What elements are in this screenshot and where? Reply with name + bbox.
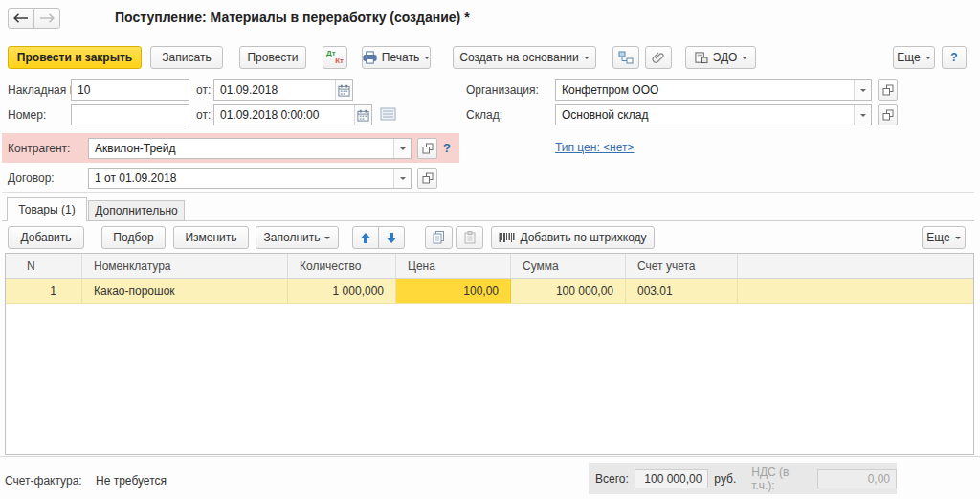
arrow-down-icon <box>386 232 397 244</box>
row-cell-n[interactable]: 1 <box>6 279 82 303</box>
move-row-down-button[interactable] <box>378 226 405 249</box>
save-button[interactable]: Записать <box>150 46 223 69</box>
row-cell-price-selected[interactable]: 100,00 <box>396 279 511 303</box>
counterparty-help-icon[interactable]: ? <box>443 141 451 155</box>
pick-button[interactable]: Подбор <box>101 226 166 249</box>
calendar-icon[interactable] <box>335 80 352 100</box>
number-input[interactable] <box>71 104 189 125</box>
more-button[interactable]: Еще <box>893 46 935 69</box>
paste-rows-button[interactable] <box>456 226 483 249</box>
column-header-nomenclature[interactable]: Номенклатура <box>82 254 288 278</box>
post-and-close-label: Провести и закрыть <box>17 51 132 64</box>
organization-input[interactable]: Конфетпром ООО <box>555 79 872 101</box>
items-table: N Номенклатура Количество Цена Сумма Сче… <box>5 253 974 455</box>
post-button[interactable]: Провести <box>239 46 306 69</box>
doc-date-from-label: от: <box>196 104 211 125</box>
print-button[interactable]: Печать <box>362 46 431 69</box>
total-value: 100 000,00 <box>644 472 702 486</box>
paste-icon <box>463 231 477 244</box>
fill-button[interactable]: Заполнить <box>256 226 339 249</box>
chevron-down-icon <box>955 237 961 242</box>
add-by-barcode-button[interactable]: Добавить по штрихкоду <box>491 226 655 249</box>
add-by-barcode-label: Добавить по штрихкоду <box>520 231 646 244</box>
warehouse-value: Основной склад <box>556 108 854 122</box>
table-header-row: N Номенклатура Количество Цена Сумма Сче… <box>6 254 973 279</box>
organization-label: Организация: <box>466 79 539 101</box>
row-cell-account[interactable]: 003.01 <box>626 279 738 303</box>
counterparty-open-button[interactable] <box>417 138 437 159</box>
row-cell-filler <box>738 279 973 303</box>
related-documents-button[interactable] <box>612 46 639 69</box>
nav-back-button[interactable] <box>8 8 34 29</box>
invoice-doc-label: Счет-фактура: <box>5 470 82 491</box>
copy-rows-button[interactable] <box>425 226 453 249</box>
invoice-number-input[interactable]: 10 <box>71 79 189 101</box>
edit-label: Изменить <box>185 231 236 244</box>
section-divider <box>2 192 974 193</box>
dt-kt-button[interactable]: Дт Кт <box>323 46 347 69</box>
invoice-date-from-label: от: <box>196 79 211 101</box>
footer-divider <box>0 456 980 457</box>
tab-additional-label: Дополнительно <box>95 204 177 217</box>
column-header-quantity[interactable]: Количество <box>288 254 396 278</box>
row-cell-sum[interactable]: 100 000,00 <box>511 279 626 303</box>
counterparty-input[interactable]: Аквилон-Трейд <box>88 138 412 159</box>
create-based-on-button[interactable]: Создать на основании <box>453 46 596 69</box>
invoice-doc-value: Не требуется <box>96 470 167 491</box>
fill-label: Заполнить <box>264 231 321 244</box>
totals-bar: Всего: 100 000,00 руб. НДС (в т.ч.): 0,0… <box>589 463 897 494</box>
row-cell-quantity[interactable]: 1 000,000 <box>288 279 396 303</box>
invoice-date-value: 01.09.2018 <box>214 83 335 97</box>
total-label: Всего: <box>595 472 629 486</box>
warehouse-input[interactable]: Основной склад <box>555 104 872 125</box>
invoice-number-value: 10 <box>72 83 189 97</box>
chevron-down-icon <box>584 57 590 62</box>
attachments-button[interactable] <box>645 46 672 69</box>
organization-value: Конфетпром ООО <box>556 83 854 97</box>
nav-forward-button[interactable] <box>33 8 60 29</box>
column-header-filler <box>738 254 973 278</box>
edo-button[interactable]: ЭДО <box>685 46 756 69</box>
related-documents-icon <box>618 51 634 64</box>
printer-icon <box>363 51 377 64</box>
column-header-account[interactable]: Счет учета <box>626 254 738 278</box>
back-arrow-icon <box>13 13 29 23</box>
currency-label: руб. <box>714 472 736 486</box>
forward-arrow-icon <box>39 13 55 23</box>
table-more-button[interactable]: Еще <box>922 226 966 249</box>
chevron-down-icon <box>925 57 931 62</box>
add-row-button[interactable]: Добавить <box>8 226 84 249</box>
combo-dropdown-icon[interactable] <box>393 169 411 188</box>
calendar-icon[interactable] <box>354 105 371 125</box>
contract-open-button[interactable] <box>417 168 437 189</box>
move-row-up-button[interactable] <box>352 226 379 249</box>
tab-additional[interactable]: Дополнительно <box>88 200 185 221</box>
invoice-date-input[interactable]: 01.09.2018 <box>213 79 353 101</box>
price-type-link[interactable]: Тип цен: <нет> <box>555 141 634 154</box>
contract-value: 1 от 01.09.2018 <box>89 171 393 185</box>
vat-value: 0,00 <box>868 472 890 486</box>
row-cell-nomenclature[interactable]: Какао-порошок <box>82 279 288 303</box>
page-title: Поступление: Материалы в переработку (со… <box>115 10 470 25</box>
post-and-close-button[interactable]: Провести и закрыть <box>8 46 142 69</box>
contract-input[interactable]: 1 от 01.09.2018 <box>88 168 412 189</box>
combo-dropdown-icon[interactable] <box>854 80 871 100</box>
table-row[interactable]: 1 Какао-порошок 1 000,000 100,00 100 000… <box>6 279 973 304</box>
combo-dropdown-icon[interactable] <box>854 105 871 125</box>
number-label: Номер: <box>8 104 46 125</box>
column-header-price[interactable]: Цена <box>396 254 511 278</box>
doc-datetime-input[interactable]: 01.09.2018 0:00:00 <box>213 104 372 125</box>
paperclip-icon <box>652 51 665 64</box>
column-header-n[interactable]: N <box>6 254 82 278</box>
number-list-icon[interactable] <box>380 107 396 121</box>
organization-open-button[interactable] <box>878 79 898 101</box>
warehouse-open-button[interactable] <box>878 104 898 125</box>
combo-dropdown-icon[interactable] <box>393 139 411 158</box>
open-form-icon <box>422 172 434 184</box>
doc-datetime-value: 01.09.2018 0:00:00 <box>214 108 354 122</box>
column-header-sum[interactable]: Сумма <box>511 254 626 278</box>
edit-button[interactable]: Изменить <box>173 226 249 249</box>
tab-goods[interactable]: Товары (1) <box>7 197 87 221</box>
help-button[interactable]: ? <box>942 46 967 69</box>
contract-label: Договор: <box>8 168 55 189</box>
